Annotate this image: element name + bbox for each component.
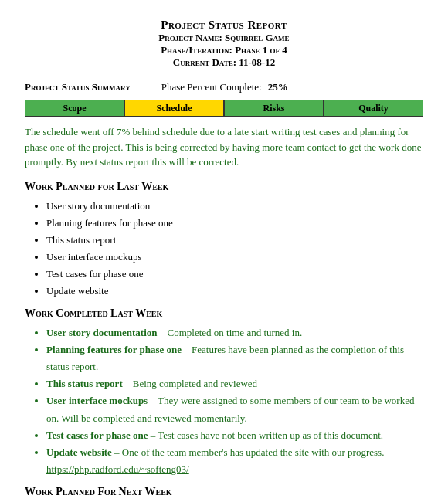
list-item: Test cases for phase one – Test cases ha… [46, 427, 423, 444]
list-item: Update website [46, 283, 423, 300]
work-planned-next-week-title: Work Planned For Next Week [25, 486, 423, 498]
scope-bar: Scope [25, 100, 124, 117]
phase-percent-label: Phase Percent Complete: [161, 81, 262, 93]
progress-bar-row: Scope Schedule Risks Quality [25, 100, 423, 117]
list-item: User story documentation [46, 198, 423, 215]
status-summary-row: Project Status Summary Phase Percent Com… [25, 81, 423, 93]
report-header: Project Status Report Project Name: Squi… [25, 19, 423, 69]
risks-bar: Risks [224, 100, 324, 117]
quality-bar: Quality [324, 100, 423, 117]
list-item: Planning features for phase one [46, 215, 423, 232]
report-title: Project Status Report [25, 19, 423, 32]
status-summary-label: Project Status Summary [25, 81, 131, 93]
schedule-bar: Schedule [124, 100, 224, 117]
work-planned-last-week-list: User story documentation Planning featur… [46, 198, 423, 300]
work-planned-next-week-section: Work Planned For Next Week Test cases fo… [25, 486, 423, 502]
page-container: Project Status Report Project Name: Squi… [25, 19, 423, 502]
current-date: Current Date: 11-08-12 [25, 56, 423, 69]
list-item: Test cases for phase one [46, 266, 423, 283]
work-completed-last-week-title: Work Completed Last Week [25, 307, 423, 320]
phase-iteration: Phase/Iteration: Phase 1 of 4 [25, 44, 423, 56]
website-link[interactable]: https://php.radford.edu/~softeng03/ [46, 463, 189, 475]
list-item: This status report – Being completed and… [46, 375, 423, 392]
phase-percent-value: 25% [268, 81, 288, 93]
work-planned-last-week-title: Work Planned for Last Week [25, 181, 423, 193]
summary-text: The schedule went off 7% behind schedule… [25, 124, 423, 170]
list-item: User interface mockups [46, 249, 423, 266]
list-item: User interface mockups – They were assig… [46, 392, 423, 426]
work-completed-last-week-section: Work Completed Last Week User story docu… [25, 307, 423, 478]
list-item: User story documentation – Completed on … [46, 324, 423, 341]
work-completed-last-week-list: User story documentation – Completed on … [46, 324, 423, 478]
project-name: Project Name: Squirrel Game [25, 32, 423, 44]
list-item: Update website – One of the team member'… [46, 444, 423, 478]
work-planned-last-week-section: Work Planned for Last Week User story do… [25, 181, 423, 300]
list-item: Planning features for phase one – Featur… [46, 341, 423, 375]
list-item: This status report [46, 232, 423, 249]
